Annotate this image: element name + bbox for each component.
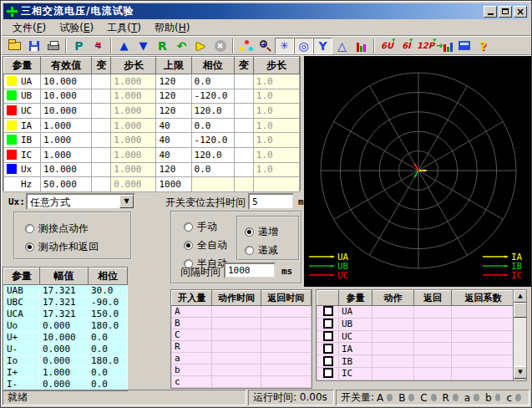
- param-limit-cell[interactable]: 40: [156, 147, 191, 162]
- param-step2-cell[interactable]: [253, 177, 299, 192]
- impedance-circles-button[interactable]: ◎: [294, 38, 313, 54]
- six-i-button[interactable]: 6I: [397, 38, 416, 54]
- step-down-button[interactable]: ▼: [134, 38, 153, 54]
- param-phase-cell[interactable]: 0.0: [191, 118, 234, 133]
- param-rms-cell[interactable]: 10.000: [41, 89, 92, 104]
- save-button[interactable]: [24, 38, 43, 54]
- close-button[interactable]: ×: [514, 6, 527, 18]
- checkbox[interactable]: [323, 306, 333, 316]
- direction-option[interactable]: 递增: [245, 225, 298, 239]
- six-u-button[interactable]: 6U: [377, 38, 397, 54]
- param-step1-cell[interactable]: 1.000: [111, 162, 156, 177]
- scroll-track[interactable]: [514, 318, 526, 366]
- param-phase-cell[interactable]: 0.0: [191, 74, 234, 89]
- menu-item-F[interactable]: 文件(F): [7, 19, 52, 37]
- scroll-up-button[interactable]: ▲: [514, 290, 527, 303]
- checkbox[interactable]: [323, 344, 333, 354]
- test-mode-radio[interactable]: [25, 242, 34, 252]
- param-step1-cell[interactable]: 1.000: [111, 104, 156, 119]
- print-button[interactable]: [43, 38, 63, 54]
- test-mode-radio[interactable]: [25, 224, 34, 233]
- param-step2-cell[interactable]: 1.0: [253, 162, 299, 177]
- param-step2-cell[interactable]: 1.0: [253, 104, 299, 119]
- param-var1-cell[interactable]: [92, 147, 111, 162]
- param-limit-cell[interactable]: 40: [156, 118, 191, 133]
- debounce-input[interactable]: [248, 193, 294, 210]
- p-settings-button[interactable]: P: [69, 38, 89, 54]
- param-var2-cell[interactable]: [234, 74, 253, 89]
- checkbox[interactable]: [323, 331, 333, 341]
- param-phase-cell[interactable]: [191, 177, 234, 192]
- param-var2-cell[interactable]: [234, 147, 253, 162]
- auto-mode-radio[interactable]: [184, 222, 193, 232]
- start-button[interactable]: ▶: [191, 38, 210, 54]
- param-var2-cell[interactable]: [234, 104, 253, 119]
- param-step1-cell[interactable]: 1.000: [111, 118, 156, 133]
- direction-option[interactable]: 递减: [245, 243, 298, 258]
- stop-button[interactable]: ✖: [210, 38, 230, 54]
- param-limit-cell[interactable]: 40: [156, 133, 191, 148]
- param-var2-cell[interactable]: [234, 133, 253, 148]
- auto-mode-radio[interactable]: [184, 241, 193, 250]
- checkbox[interactable]: [323, 319, 333, 329]
- step-up-button[interactable]: ▲: [114, 38, 134, 54]
- param-step2-cell[interactable]: 1.0: [253, 133, 299, 148]
- harmonic-bars-button[interactable]: [352, 38, 371, 54]
- param-var1-cell[interactable]: [92, 74, 111, 89]
- checkbox[interactable]: [323, 356, 333, 366]
- param-step2-cell[interactable]: 1.0: [253, 74, 299, 89]
- scroll-thumb[interactable]: [514, 303, 527, 318]
- test-mode-option[interactable]: 测动作和返回: [25, 240, 130, 254]
- ux-mode-select[interactable]: 任意方式 ▼: [26, 193, 135, 210]
- param-phase-cell[interactable]: 120.0: [191, 147, 234, 162]
- reset-button[interactable]: R: [153, 38, 172, 54]
- output-hold-button[interactable]: ➔: [435, 38, 454, 54]
- interval-input[interactable]: [224, 263, 276, 278]
- wiring-y-button[interactable]: Y: [313, 38, 332, 54]
- param-step2-cell[interactable]: 1.0: [253, 118, 299, 133]
- param-var2-cell[interactable]: [234, 162, 253, 177]
- param-var1-cell[interactable]: [92, 162, 111, 177]
- param-rms-cell[interactable]: 10.000: [41, 74, 92, 89]
- param-var1-cell[interactable]: [92, 177, 111, 192]
- help-button[interactable]: ?: [474, 38, 493, 54]
- wiring-delta-button[interactable]: △: [332, 38, 352, 54]
- menu-item-T[interactable]: 工具(T): [101, 19, 147, 37]
- chevron-down-icon[interactable]: ▼: [119, 195, 134, 208]
- param-rms-cell[interactable]: 1.000: [41, 133, 92, 148]
- param-limit-cell[interactable]: 1000: [156, 177, 191, 192]
- param-limit-cell[interactable]: 120: [156, 89, 191, 104]
- param-var2-cell[interactable]: [234, 118, 253, 133]
- param-step2-cell[interactable]: 1.0: [253, 147, 299, 162]
- param-phase-cell[interactable]: -120.0: [191, 133, 234, 148]
- param-limit-cell[interactable]: 120: [156, 74, 191, 89]
- param-step1-cell[interactable]: 1.000: [111, 133, 156, 148]
- calculator-button[interactable]: [454, 38, 474, 54]
- param-var1-cell[interactable]: [92, 104, 111, 119]
- param-rms-cell[interactable]: 50.000: [41, 177, 92, 192]
- open-file-button[interactable]: [5, 38, 24, 54]
- direction-radio[interactable]: [245, 227, 254, 237]
- twelve-p-button[interactable]: 12P: [416, 38, 435, 54]
- fault-sim-button[interactable]: [89, 38, 108, 54]
- param-var2-cell[interactable]: [234, 177, 253, 192]
- vector-nodes-button[interactable]: [236, 38, 256, 54]
- param-step1-cell[interactable]: 1.000: [111, 147, 156, 162]
- zoom-in-button[interactable]: +: [256, 38, 275, 54]
- param-rms-cell[interactable]: 10.000: [41, 104, 92, 119]
- param-phase-cell[interactable]: -120.0: [191, 89, 234, 104]
- direction-radio[interactable]: [245, 246, 254, 255]
- menu-item-H[interactable]: 帮助(H): [149, 19, 195, 37]
- auto-mode-option[interactable]: 全自动: [184, 238, 227, 252]
- param-rms-cell[interactable]: 1.000: [41, 147, 92, 162]
- test-mode-option[interactable]: 测接点动作: [25, 222, 130, 236]
- param-rms-cell[interactable]: 10.000: [41, 162, 92, 177]
- param-phase-cell[interactable]: 120.0: [191, 104, 234, 119]
- undo-button[interactable]: ↶: [172, 38, 191, 54]
- param-step1-cell[interactable]: 1.000: [111, 89, 156, 104]
- param-var1-cell[interactable]: [92, 89, 111, 104]
- param-rms-cell[interactable]: 1.000: [41, 118, 92, 133]
- maximize-button[interactable]: [499, 6, 512, 18]
- checkbox[interactable]: [323, 368, 333, 378]
- minimize-button[interactable]: [484, 6, 497, 18]
